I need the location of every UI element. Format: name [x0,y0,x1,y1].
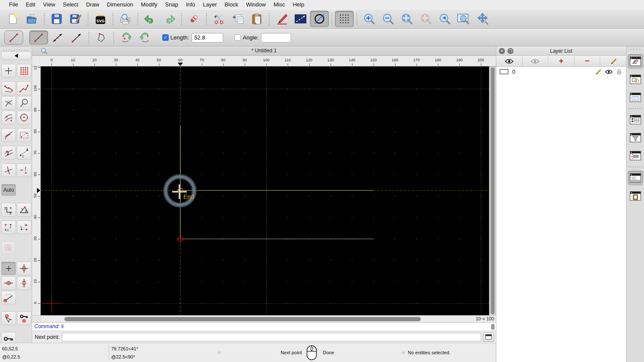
menu-item-snap[interactable]: Snap [161,1,182,8]
pen-button[interactable] [272,11,291,27]
menu-item-misc[interactable]: Misc [270,1,289,8]
vertical-scrollbar-thumb[interactable] [491,67,495,314]
sidebar-grip[interactable] [3,47,29,51]
angle-checkbox[interactable] [234,34,241,41]
undo-button[interactable] [141,11,160,27]
grid-toggle[interactable] [335,11,354,27]
polyline-button[interactable] [92,30,111,45]
sequence-1-2-b-button[interactable]: 1 2 [17,220,31,234]
snap-angle-gauge-button[interactable] [1,291,16,305]
remove-layer-button[interactable]: − [574,56,601,66]
delete-entities-button[interactable] [185,11,204,27]
menu-item-view[interactable]: View [39,1,59,8]
cut-button[interactable] [210,11,228,27]
copy-button[interactable] [228,11,247,27]
drawing-canvas[interactable]: End [41,66,489,315]
save-button[interactable] [47,11,66,27]
layer-row[interactable]: 0 [496,67,626,76]
save-as-button[interactable] [66,11,85,27]
canvas-vertical-scrollbar[interactable] [489,66,496,315]
points-matrix-button[interactable] [17,64,31,78]
dock-entity-list-window-button[interactable] [628,112,643,127]
dock-library-browser-window-button[interactable] [628,90,643,105]
snap-lock-button[interactable] [17,311,31,325]
menu-item-dimension[interactable]: Dimension [103,1,137,8]
line-tool-button[interactable] [4,30,23,45]
intersection-manual-button[interactable]: ! [17,163,31,177]
zoom-previous-button[interactable] [435,11,454,27]
layer-color-swatch[interactable] [500,69,508,74]
parallel-lines-button[interactable] [1,146,16,160]
command-scrollbar-thumb[interactable] [491,324,495,330]
dock-command-window-button[interactable] [628,171,643,185]
dock-clipboard-window-button[interactable] [628,189,643,203]
coordinate-polar-button[interactable]: r a [17,203,31,217]
sequence-1-2-a-button[interactable]: 1 2 [1,220,16,234]
line-angle-button[interactable] [48,30,67,45]
edit-layer-button[interactable] [600,56,626,66]
add-layer-button[interactable]: + [548,56,574,66]
angle-input[interactable] [261,33,291,42]
menu-item-modify[interactable]: Modify [137,1,161,8]
spline-points-button[interactable] [1,81,16,95]
length-input[interactable] [191,33,223,42]
zoom-window-button[interactable] [454,11,473,27]
command-input[interactable] [62,333,481,341]
point-tool-button[interactable] [1,64,16,78]
polyline-points-button[interactable] [17,81,31,95]
dock-block-list-window-button[interactable] [628,72,643,87]
menu-item-block[interactable]: Block [221,1,242,8]
menu-item-info[interactable]: Info [182,1,199,8]
snap-vertical-button[interactable] [17,276,31,290]
tangent-fork-button[interactable] [1,96,16,110]
redo-button[interactable] [160,11,179,27]
coordinate-xy-button[interactable]: y x [1,203,16,217]
two-points-numbered-button[interactable]: 1 2 [17,146,31,160]
snap-horizontal-button[interactable] [1,276,16,290]
intersection-button[interactable] [1,163,16,177]
dock-filter-window-button[interactable] [628,130,643,145]
menu-item-edit[interactable]: Edit [22,1,39,8]
dock-grip[interactable] [629,48,641,51]
hide-all-layers-button[interactable] [522,56,549,66]
command-detach-button[interactable] [483,332,494,342]
zoom-in-button[interactable] [360,11,379,27]
menu-item-select[interactable]: Select [59,1,82,8]
auto-snap-button[interactable]: Auto [1,184,16,196]
draft-mode-toggle[interactable] [310,11,329,27]
lock-relative-zero-button[interactable] [1,332,16,343]
selection-rectangle-button[interactable] [17,128,31,142]
command-history[interactable]: Command:li [32,322,496,331]
line-ray-button[interactable] [67,30,86,45]
layer-edit-pencil-icon[interactable] [595,69,601,75]
export-svg-button[interactable]: SVG [91,11,110,27]
new-document-button[interactable] [3,11,22,27]
snap-grid-button[interactable] [17,262,31,275]
dock-layer-list-window-button[interactable] [628,54,643,69]
horizontal-scrollbar-thumb[interactable] [64,317,421,321]
tangent-line-arc-button[interactable] [1,128,16,142]
circle-leader-button[interactable] [17,96,31,110]
circle-center-points-button[interactable] [17,111,31,124]
line-attributes-button[interactable] [291,11,310,27]
snap-entity-button[interactable] [1,311,16,325]
arcs-point-button[interactable] [1,111,16,124]
zoom-out-button[interactable] [379,11,398,27]
canvas-horizontal-scrollbar[interactable] [41,316,469,322]
menu-item-file[interactable]: File [5,1,22,8]
open-file-button[interactable] [22,11,41,27]
length-checkbox[interactable]: ✓ [162,34,169,41]
zoom-pan-button[interactable] [473,11,492,27]
dock-light-window-button[interactable] [628,148,643,163]
redo-segment-button[interactable] [136,30,155,45]
back-button[interactable] [1,51,31,60]
menu-item-help[interactable]: Help [289,1,308,8]
zoom-auto-button[interactable] [398,11,416,27]
menu-item-layer[interactable]: Layer [199,1,221,8]
snap-free-button[interactable] [1,262,16,275]
paste-button[interactable] [247,11,266,27]
menu-item-window[interactable]: Window [242,1,270,8]
layer-lock-icon[interactable] [617,69,622,75]
layer-visibility-eye-icon[interactable] [605,69,613,74]
menu-item-draw[interactable]: Draw [82,1,103,8]
